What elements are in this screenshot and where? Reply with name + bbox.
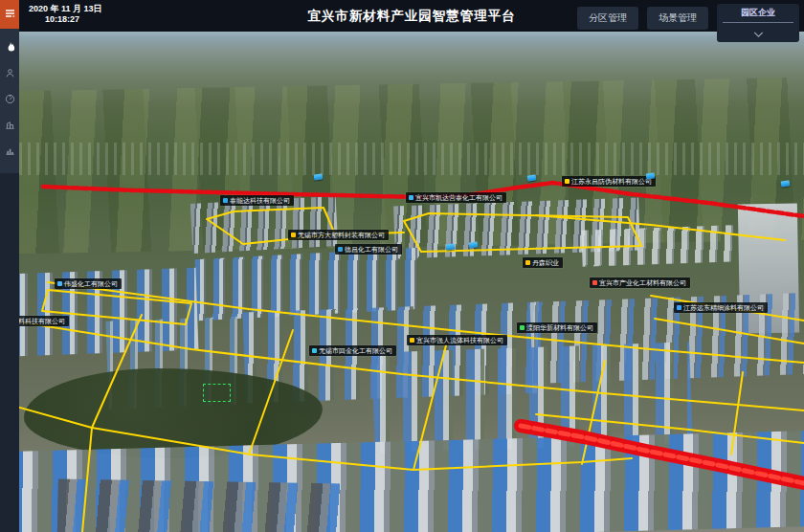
personnel-button[interactable] bbox=[0, 60, 19, 86]
gauge-icon bbox=[5, 94, 15, 104]
statistics-button[interactable] bbox=[0, 138, 19, 164]
menu-button[interactable] bbox=[0, 0, 19, 29]
fire-icon bbox=[5, 41, 15, 54]
truck-icon[interactable] bbox=[781, 180, 791, 187]
sidebar-tools bbox=[0, 29, 19, 173]
truck-icon[interactable] bbox=[469, 241, 479, 248]
hamburger-icon bbox=[4, 6, 16, 23]
zone-management-button[interactable]: 分区管理 bbox=[577, 7, 638, 30]
enterprise-building-button[interactable] bbox=[0, 112, 19, 138]
user-icon bbox=[5, 68, 15, 78]
vehicle-layer bbox=[19, 32, 804, 532]
chevron-down-icon bbox=[753, 24, 764, 41]
dropdown-selected-value: 园区企业 bbox=[723, 7, 793, 23]
smart-park-platform: 2020 年 11 月 13日 10:18:27 宜兴市新材料产业园智慧管理平台… bbox=[0, 0, 804, 532]
monitor-gauge-button[interactable] bbox=[0, 86, 19, 112]
scene-management-button[interactable]: 场景管理 bbox=[647, 7, 708, 30]
building-icon bbox=[5, 120, 15, 130]
truck-icon[interactable] bbox=[646, 172, 656, 179]
sidebar bbox=[0, 0, 19, 532]
park-enterprise-dropdown[interactable]: 园区企业 bbox=[717, 4, 799, 42]
header-actions: 分区管理 场景管理 园区企业 bbox=[577, 4, 799, 42]
truck-icon[interactable] bbox=[527, 174, 537, 181]
top-header: 2020 年 11 月 13日 10:18:27 宜兴市新材料产业园智慧管理平台… bbox=[19, 0, 804, 32]
truck-icon[interactable] bbox=[446, 243, 456, 250]
map-3d-view[interactable]: 泰能达科技有限公司宜兴市凯达营泰化工有限公司无锡市方大塑料封装有限公司德昌化工有… bbox=[19, 32, 804, 532]
truck-icon[interactable] bbox=[314, 173, 324, 180]
fire-monitor-button[interactable] bbox=[0, 34, 19, 60]
bar-chart-icon bbox=[5, 145, 15, 156]
